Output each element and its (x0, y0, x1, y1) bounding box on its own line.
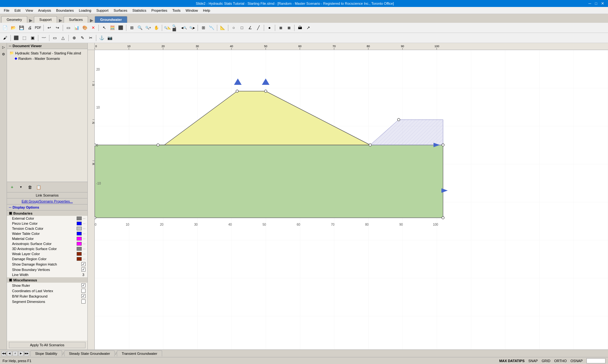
deform-btn[interactable]: ▭ (65, 24, 72, 32)
tab-steady-state-groundwater[interactable]: Steady State Groundwater (64, 350, 115, 356)
boundary-more-btn[interactable]: ⬚ (21, 34, 28, 42)
piezo-color-swatch[interactable] (77, 222, 82, 225)
wave-btn[interactable]: 〰 (40, 34, 48, 42)
pan-btn[interactable]: ✋ (153, 24, 160, 32)
delete-btn[interactable]: 🗑 (26, 183, 34, 191)
chart-btn[interactable]: 📉 (208, 24, 215, 32)
show-damage-hatch-checkbox[interactable]: ✓ (81, 262, 86, 266)
tab-groundwater[interactable]: Groundwater (95, 16, 127, 23)
surface-btn[interactable]: ▭ (51, 34, 59, 42)
zoom-window-btn[interactable]: 🔍⬛ (172, 24, 180, 32)
stop-btn[interactable]: ✕ (89, 24, 97, 32)
menu-item-statistics[interactable]: Statistics (130, 8, 149, 13)
calc-btn[interactable]: 🧮 (109, 24, 116, 32)
line-btn[interactable]: ╱ (255, 24, 262, 32)
vertex-6[interactable] (95, 144, 96, 146)
water-table-color-dots[interactable]: ··· (83, 232, 86, 235)
3d-anisotropic-color-dots[interactable]: ··· (83, 247, 86, 251)
copy-btn[interactable]: 📋 (35, 183, 42, 191)
bw-ruler-checkbox[interactable]: ✓ (81, 294, 86, 298)
undo-btn[interactable]: ↩ (45, 24, 53, 32)
anisotropic-color-dots[interactable]: ··· (83, 242, 86, 246)
vertex-7[interactable] (95, 217, 96, 219)
slope-btn[interactable]: △ (59, 34, 67, 42)
close-btn[interactable]: ✕ (600, 1, 605, 6)
menu-item-support[interactable]: Support (94, 8, 111, 13)
tab-last-btn[interactable]: ▶▶ (24, 351, 29, 356)
anchor-btn[interactable]: ⚓ (98, 34, 105, 42)
menu-item-loading[interactable]: Loading (76, 8, 94, 13)
shape-rect-btn[interactable]: □ (238, 24, 246, 32)
scene-btn[interactable]: 🏔 (296, 24, 304, 32)
max-datatips-btn[interactable]: MAX DATATIPS (499, 359, 524, 363)
link-scenarios-btn[interactable]: Link Scenarios (7, 192, 87, 198)
zoom-prev-btn[interactable]: ◀🔍 (180, 24, 188, 32)
menu-item-properties[interactable]: Properties (149, 8, 170, 13)
save-btn[interactable]: 💾 (18, 24, 25, 32)
zoom-extent-btn[interactable]: 🔍📐 (164, 24, 171, 32)
vertex-8[interactable] (442, 144, 444, 146)
vertex-2[interactable] (236, 90, 238, 92)
zoom-in-btn[interactable]: 🔍+ (144, 24, 152, 32)
menu-item-view[interactable]: View (23, 8, 36, 13)
open-btn[interactable]: 📂 (10, 24, 17, 32)
miscellaneous-section-header[interactable]: ▣ Miscellaneous (7, 277, 87, 283)
grid-btn[interactable]: GRID (542, 359, 550, 363)
vertex-4[interactable] (369, 144, 371, 146)
tab-slope-stability[interactable]: Slope Stability (30, 350, 62, 356)
menu-item-file[interactable]: File (1, 8, 12, 13)
node-btn[interactable]: ⊕ (70, 34, 78, 42)
piezo-color-dots[interactable]: ··· (83, 222, 86, 225)
zoom-next-btn[interactable]: 🔍▶ (188, 24, 196, 32)
paint-btn[interactable]: 🖌 (1, 34, 9, 42)
tab-next-btn[interactable]: ▶ (18, 351, 23, 356)
external-color-dots[interactable]: ··· (83, 217, 86, 220)
osnap-btn[interactable]: OSNAP (570, 359, 583, 363)
boundaries-section-header[interactable]: ▣ Boundaries (7, 210, 87, 216)
zoom-out-btn[interactable]: 🔍 (136, 24, 144, 32)
new-btn[interactable]: 📄 (1, 24, 9, 32)
print-btn[interactable]: 🖨 (26, 24, 34, 32)
pdf-btn[interactable]: PDF (34, 24, 42, 32)
material-color-swatch[interactable] (77, 237, 82, 241)
apply-to-all-scenarios-btn[interactable]: Apply To All Scenarios (9, 342, 86, 348)
tab-num-btn[interactable]: # (13, 351, 18, 356)
material-color-dots[interactable]: ··· (83, 237, 86, 241)
main-svg[interactable]: 0 10 20 -10 0 10 20 30 40 50 60 70 80 90… (95, 50, 608, 349)
menu-item-surfaces[interactable]: Surfaces (111, 8, 130, 13)
add-arrow-btn[interactable]: ▼ (17, 183, 25, 191)
minimize-btn[interactable]: ─ (587, 1, 592, 6)
redo-btn[interactable]: ↪ (54, 24, 61, 32)
add-btn[interactable]: + (8, 183, 16, 191)
select-btn[interactable]: ↖ (100, 24, 108, 32)
damage-region-color-dots[interactable]: ··· (83, 257, 86, 261)
table-btn[interactable]: ⊞ (200, 24, 207, 32)
menu-item-boundaries[interactable]: Boundaries (54, 8, 76, 13)
tree-file-item[interactable]: 📁 Hydraulic Stats Tutorial - Starting Fi… (8, 50, 86, 56)
ortho-btn[interactable]: ORTHO (554, 359, 567, 363)
tab-geometry[interactable]: Geometry (1, 16, 27, 23)
menu-item-edit[interactable]: Edit (12, 8, 23, 13)
fill-btn[interactable]: ▣ (29, 34, 36, 42)
fit-btn[interactable]: ⊞ (128, 24, 136, 32)
weak-layer-color-swatch[interactable] (77, 252, 82, 256)
tree-scenario-item[interactable]: ◆ Random - Master Scenario (8, 56, 86, 61)
screenshot-btn[interactable]: 📷 (106, 34, 114, 42)
menu-item-help[interactable]: Help (200, 8, 213, 13)
external-color-swatch[interactable] (77, 217, 82, 220)
circle-filled-btn[interactable]: ● (266, 24, 273, 32)
edit-group-btn[interactable]: Edit Group/Scenario Properties... (7, 198, 87, 204)
3d-anisotropic-color-swatch[interactable] (77, 247, 82, 251)
tab-first-btn[interactable]: ◀◀ (1, 351, 6, 356)
side-icon-1[interactable]: ▷ (1, 44, 6, 50)
menu-item-window[interactable]: Window (183, 8, 200, 13)
segment-dimensions-checkbox[interactable] (81, 299, 86, 304)
show-ruler-checkbox[interactable]: ✓ (81, 283, 86, 287)
tab-prev-btn[interactable]: ◀ (7, 351, 12, 356)
dimension-btn[interactable]: 📐 (219, 24, 226, 32)
snap-btn[interactable]: SNAP (528, 359, 538, 363)
angle-btn[interactable]: ∠ (246, 24, 254, 32)
side-icon-2[interactable]: ⚙ (1, 51, 6, 57)
edit-node-btn[interactable]: ✎ (79, 34, 86, 42)
show-boundary-vertices-checkbox[interactable]: ✓ (81, 267, 86, 272)
